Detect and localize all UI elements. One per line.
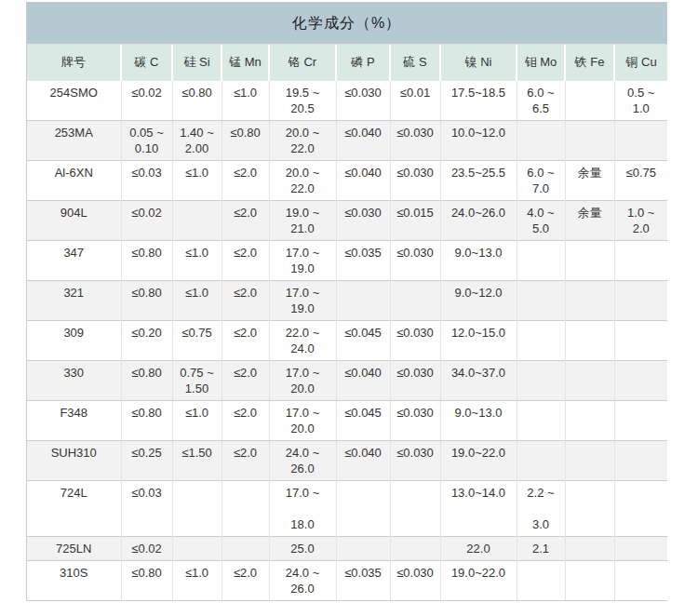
value-cell: ≤0.040 — [336, 161, 390, 201]
table-row: Al-6XN≤0.03≤1.0≤2.020.0 ~ 22.0≤0.040≤0.0… — [27, 161, 667, 201]
value-cell — [614, 401, 667, 441]
chemical-composition-table: 化学成分（%） 牌号碳 C硅 Si锰 Mn铬 Cr磷 P硫 S镍 Ni钼 Mo铁… — [26, 2, 667, 601]
value-cell — [565, 361, 614, 401]
grade-cell: 904L — [27, 201, 121, 241]
composition-table: 牌号碳 C硅 Si锰 Mn铬 Cr磷 P硫 S镍 Ni钼 Mo铁 Fe铜 Cu … — [27, 45, 667, 600]
value-cell: ≤2.0 — [221, 321, 269, 361]
table-row: 309≤0.20≤0.75≤2.022.0 ~ 24.0≤0.045≤0.030… — [27, 321, 667, 361]
value-cell: 1.0 ~ 2.0 — [614, 201, 667, 241]
table-row: 904L≤0.02≤2.019.0 ~ 21.0≤0.030≤0.01524.0… — [27, 201, 667, 241]
grade-cell: 725LN — [27, 537, 121, 561]
value-cell: 4.0 ~ 5.0 — [517, 201, 565, 241]
value-cell: ≤0.030 — [390, 401, 440, 441]
table-row: 254SMO≤0.02≤0.80≤1.019.5 ~ 20.5≤0.030≤0.… — [27, 81, 667, 121]
table-row: 310S≤0.80≤1.0≤2.024.0 ~ 26.0≤0.035≤0.030… — [27, 561, 667, 601]
value-cell: 10.0~12.0 — [440, 121, 517, 161]
value-cell: ≤0.80 — [121, 561, 172, 601]
grade-cell: 330 — [27, 361, 121, 401]
value-cell — [390, 481, 440, 537]
value-cell: 余量 — [565, 161, 614, 201]
value-cell: 1.40 ~ 2.00 — [172, 121, 221, 161]
column-header: 铬 Cr — [269, 45, 336, 81]
value-cell: 24.0 ~ 26.0 — [269, 441, 336, 481]
value-cell: ≤1.50 — [172, 441, 221, 481]
value-cell: 24.0~26.0 — [440, 201, 517, 241]
value-cell — [565, 281, 614, 321]
value-cell — [614, 561, 667, 601]
value-cell: ≤1.0 — [172, 561, 221, 601]
value-cell — [172, 481, 221, 537]
value-cell: ≤0.040 — [336, 121, 390, 161]
value-cell — [565, 561, 614, 601]
value-cell: 19.0~22.0 — [440, 441, 517, 481]
value-cell: ≤0.030 — [336, 201, 390, 241]
value-cell: ≤0.045 — [336, 321, 390, 361]
column-header: 钼 Mo — [517, 45, 565, 81]
column-header: 硅 Si — [172, 45, 221, 81]
value-cell — [517, 121, 565, 161]
value-cell: ≤1.0 — [172, 401, 221, 441]
table-title: 化学成分（%） — [27, 3, 666, 45]
value-cell: ≤0.030 — [390, 321, 440, 361]
value-cell: ≤0.02 — [121, 81, 172, 121]
page: 化学成分（%） 牌号碳 C硅 Si锰 Mn铬 Cr磷 P硫 S镍 Ni钼 Mo铁… — [0, 0, 698, 616]
value-cell: 17.5~18.5 — [440, 81, 517, 121]
value-cell — [614, 537, 667, 561]
value-cell: 17.0 ~ 19.0 — [269, 241, 336, 281]
grade-cell: 254SMO — [27, 81, 121, 121]
table-row: F348≤0.80≤1.0≤2.017.0 ~ 20.0≤0.045≤0.030… — [27, 401, 667, 441]
column-header: 碳 C — [121, 45, 172, 81]
value-cell: ≤2.0 — [221, 161, 269, 201]
value-cell: ≤0.035 — [336, 561, 390, 601]
column-header: 硫 S — [390, 45, 440, 81]
column-header: 镍 Ni — [440, 45, 517, 81]
table-row: 330≤0.800.75 ~ 1.50≤2.017.0 ~ 20.0≤0.040… — [27, 361, 667, 401]
grade-cell: F348 — [27, 401, 121, 441]
value-cell — [172, 537, 221, 561]
table-row: 253MA0.05 ~ 0.101.40 ~ 2.00≤0.8020.0 ~ 2… — [27, 121, 667, 161]
value-cell: ≤0.25 — [121, 441, 172, 481]
value-cell: 12.0~15.0 — [440, 321, 517, 361]
value-cell — [517, 281, 565, 321]
value-cell: ≤0.01 — [390, 81, 440, 121]
value-cell: 13.0~14.0 — [440, 481, 517, 537]
table-body: 254SMO≤0.02≤0.80≤1.019.5 ~ 20.5≤0.030≤0.… — [27, 81, 667, 601]
value-cell: ≤0.030 — [390, 361, 440, 401]
value-cell — [565, 537, 614, 561]
value-cell — [565, 241, 614, 281]
value-cell: ≤2.0 — [221, 361, 269, 401]
table-row: 321≤0.80≤1.0≤2.017.0 ~ 19.09.0~12.0 — [27, 281, 667, 321]
value-cell — [614, 481, 667, 537]
grade-cell: 310S — [27, 561, 121, 601]
value-cell — [614, 441, 667, 481]
value-cell — [336, 281, 390, 321]
value-cell: ≤0.20 — [121, 321, 172, 361]
value-cell: ≤0.80 — [221, 121, 269, 161]
value-cell: 25.0 — [269, 537, 336, 561]
value-cell: 34.0~37.0 — [440, 361, 517, 401]
value-cell: ≤0.80 — [172, 81, 221, 121]
value-cell — [565, 321, 614, 361]
value-cell: ≤1.0 — [221, 81, 269, 121]
value-cell — [517, 361, 565, 401]
value-cell: 0.75 ~ 1.50 — [172, 361, 221, 401]
value-cell: ≤1.0 — [172, 281, 221, 321]
grade-cell: SUH310 — [27, 441, 121, 481]
value-cell: 17.0 ~ 19.0 — [269, 281, 336, 321]
value-cell: 19.5 ~ 20.5 — [269, 81, 336, 121]
grade-cell: 309 — [27, 321, 121, 361]
value-cell: 19.0 ~ 21.0 — [269, 201, 336, 241]
value-cell: ≤0.030 — [390, 161, 440, 201]
value-cell — [172, 201, 221, 241]
grade-cell: 347 — [27, 241, 121, 281]
value-cell: 19.0~22.0 — [440, 561, 517, 601]
value-cell: ≤0.03 — [121, 481, 172, 537]
value-cell — [614, 361, 667, 401]
value-cell — [517, 561, 565, 601]
value-cell: 20.0 ~ 22.0 — [269, 161, 336, 201]
value-cell: ≤0.030 — [336, 81, 390, 121]
value-cell: ≤0.030 — [390, 241, 440, 281]
value-cell: ≤0.015 — [390, 201, 440, 241]
value-cell: ≤0.80 — [121, 241, 172, 281]
value-cell: 23.5~25.5 — [440, 161, 517, 201]
